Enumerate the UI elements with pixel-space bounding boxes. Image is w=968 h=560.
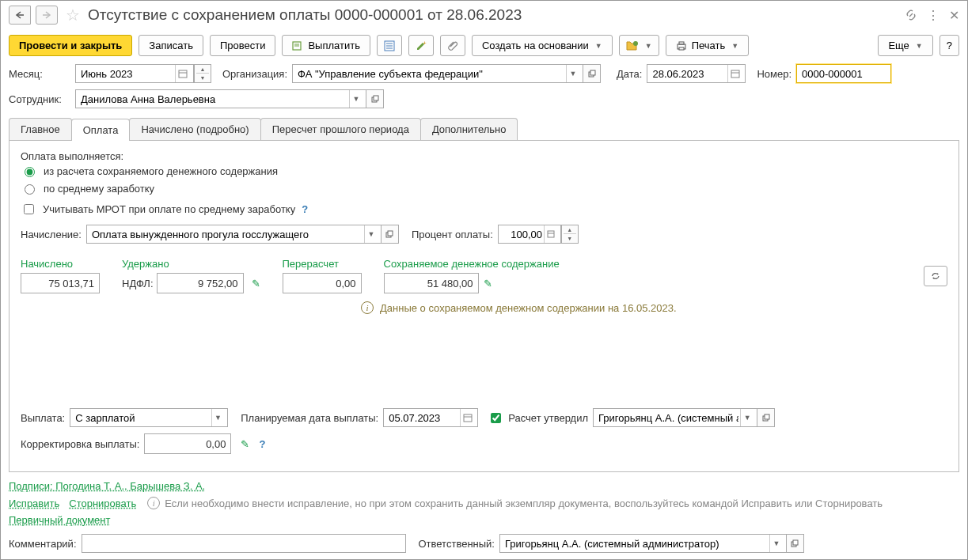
- svg-rect-23: [388, 231, 393, 236]
- calendar-icon[interactable]: [460, 409, 474, 426]
- signatures-link[interactable]: Подписи: Погодина Т. А., Барышева З. А.: [9, 480, 205, 492]
- edit-icon-button[interactable]: +: [408, 35, 434, 56]
- create-based-on-button[interactable]: Создать на основании▼: [472, 35, 613, 56]
- radio-preserved-income[interactable]: [25, 167, 35, 177]
- nav-back-button[interactable]: [9, 6, 31, 25]
- post-button[interactable]: Провести: [210, 35, 276, 56]
- chevron-down-icon[interactable]: ▼: [211, 409, 225, 426]
- approved-open-button[interactable]: [757, 408, 775, 427]
- print-button[interactable]: Печать▼: [666, 35, 750, 56]
- list-icon-button[interactable]: [377, 35, 402, 56]
- pencil-icon[interactable]: ✎: [484, 278, 492, 289]
- tab-accrued[interactable]: Начислено (подробно): [129, 118, 260, 140]
- chevron-down-icon: ▼: [645, 42, 652, 50]
- percent-stepper[interactable]: ▲▼: [561, 225, 579, 244]
- responsible-input[interactable]: ▼: [499, 534, 787, 553]
- radio-average-salary[interactable]: [25, 184, 35, 195]
- svg-rect-31: [793, 540, 798, 545]
- percent-input[interactable]: [498, 225, 561, 244]
- info-icon: i: [147, 497, 160, 509]
- fix-hint: Если необходимо внести исправление, но п…: [165, 498, 883, 509]
- help-icon[interactable]: ?: [259, 438, 265, 450]
- month-label: Месяц:: [9, 68, 70, 80]
- employee-input[interactable]: ▼: [75, 89, 366, 108]
- more-button[interactable]: Еще▼: [878, 35, 932, 56]
- open-external-icon: [791, 539, 799, 547]
- svg-rect-17: [590, 70, 595, 75]
- date-input[interactable]: [647, 64, 746, 83]
- percent-label: Процент оплаты:: [412, 229, 493, 240]
- folder-icon: [626, 40, 639, 51]
- comment-input[interactable]: [82, 534, 406, 553]
- link-icon[interactable]: [905, 9, 917, 21]
- calendar-icon[interactable]: [727, 65, 742, 82]
- radio-preserved-label: из расчета сохраняемого денежного содерж…: [44, 165, 278, 177]
- calendar-icon[interactable]: [175, 65, 190, 82]
- recalc-value-box[interactable]: 0,00: [283, 273, 362, 293]
- responsible-open-button[interactable]: [787, 534, 804, 553]
- calculator-icon[interactable]: [544, 225, 557, 243]
- chevron-down-icon: ▼: [916, 42, 923, 50]
- tab-main[interactable]: Главное: [9, 118, 72, 140]
- tab-payment[interactable]: Оплата: [71, 119, 131, 141]
- primary-doc-link[interactable]: Первичный документ: [9, 514, 110, 526]
- planned-date-input[interactable]: [383, 408, 478, 427]
- chevron-down-icon[interactable]: ▼: [364, 225, 378, 243]
- month-input[interactable]: [75, 64, 194, 83]
- post-and-close-button[interactable]: Провести и закрыть: [9, 35, 132, 56]
- chevron-down-icon: ▼: [731, 42, 738, 50]
- checkbox-mrot[interactable]: [24, 204, 34, 214]
- chevron-down-icon[interactable]: ▼: [566, 65, 579, 82]
- kebab-menu-icon[interactable]: ⋮: [927, 8, 940, 23]
- chevron-down-icon[interactable]: ▼: [769, 535, 783, 552]
- org-input[interactable]: ▼: [292, 64, 583, 83]
- col-recalc-label: Перерасчет: [283, 258, 362, 270]
- payout-select[interactable]: ▼: [70, 408, 228, 427]
- tab-recalc[interactable]: Пересчет прошлого периода: [260, 118, 421, 140]
- folder-action-button[interactable]: ▼: [619, 35, 659, 56]
- accrual-label: Начисление:: [21, 229, 82, 240]
- svg-rect-21: [374, 96, 378, 100]
- nav-forward-button[interactable]: [36, 6, 58, 25]
- employee-open-button[interactable]: [366, 89, 384, 108]
- org-open-button[interactable]: [583, 64, 601, 83]
- open-external-icon: [385, 230, 393, 238]
- correction-value-box[interactable]: 0,00: [144, 433, 231, 454]
- chevron-down-icon: ▼: [595, 42, 602, 50]
- ndfl-value-box[interactable]: 9 752,00: [157, 273, 244, 293]
- tab-extra[interactable]: Дополнительно: [420, 118, 518, 140]
- number-input[interactable]: [796, 64, 891, 83]
- col-accrued-label: Начислено: [21, 258, 100, 270]
- chevron-down-icon[interactable]: ▼: [349, 90, 363, 108]
- refresh-button[interactable]: [924, 266, 947, 286]
- svg-text:+: +: [423, 40, 427, 47]
- fix-link[interactable]: Исправить: [9, 498, 59, 509]
- checkbox-approved[interactable]: [491, 413, 501, 423]
- pencil-icon[interactable]: ✎: [241, 438, 249, 450]
- pencil-plus-icon: +: [416, 40, 427, 51]
- favorite-star-icon[interactable]: ☆: [66, 6, 80, 25]
- preserved-value-box[interactable]: 51 480,00: [384, 273, 479, 293]
- storno-link[interactable]: Сторнировать: [69, 498, 136, 509]
- planned-date-label: Планируемая дата выплаты:: [241, 412, 378, 424]
- accrual-open-button[interactable]: [382, 225, 399, 244]
- attach-icon-button[interactable]: [440, 35, 465, 56]
- paperclip-icon: [447, 40, 458, 51]
- approved-by-input[interactable]: ▼: [593, 408, 757, 427]
- pencil-icon[interactable]: ✎: [252, 278, 260, 289]
- accrual-input[interactable]: ▼: [86, 225, 382, 244]
- approved-label: Расчет утвердил: [508, 412, 588, 424]
- svg-point-10: [633, 41, 638, 46]
- chevron-down-icon[interactable]: ▼: [740, 409, 754, 426]
- help-button[interactable]: ?: [940, 35, 959, 56]
- close-icon[interactable]: ✕: [949, 8, 959, 23]
- save-button[interactable]: Записать: [139, 35, 203, 56]
- help-icon[interactable]: ?: [302, 203, 308, 215]
- pay-button[interactable]: Выплатить: [282, 35, 370, 56]
- month-stepper[interactable]: ▲▼: [194, 64, 211, 83]
- printer-icon: [676, 40, 687, 51]
- svg-rect-29: [765, 414, 769, 419]
- comment-label: Комментарий:: [9, 538, 77, 550]
- accrued-value-box[interactable]: 75 013,71: [21, 273, 100, 293]
- payment-intro: Оплата выполняется:: [21, 150, 947, 162]
